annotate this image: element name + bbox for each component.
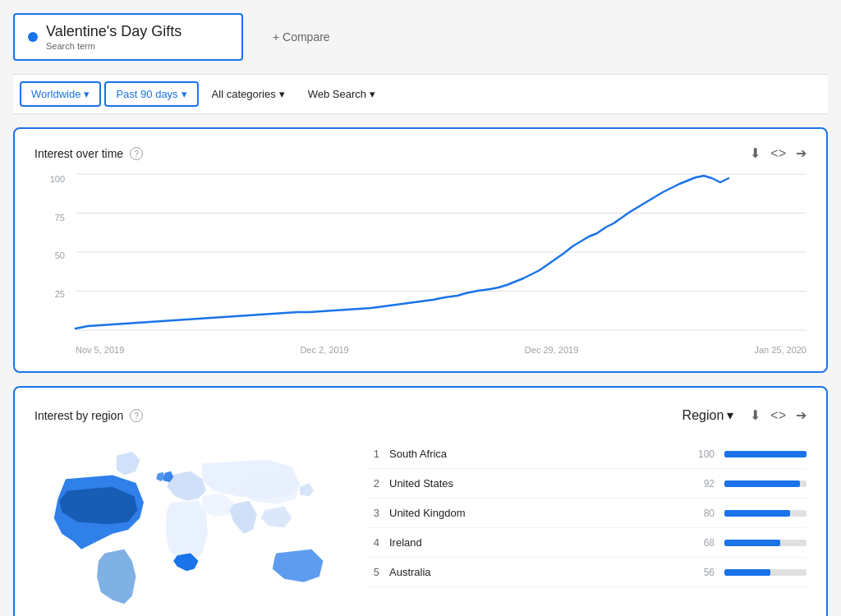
- region-rank: 3: [366, 507, 379, 519]
- search-term-info: Valentine's Day Gifts Search term: [46, 23, 182, 51]
- location-filter[interactable]: Worldwide ▾: [20, 81, 101, 107]
- y-label-25: 25: [34, 289, 71, 299]
- category-filter[interactable]: All categories ▾: [202, 83, 295, 105]
- search-type-filter[interactable]: Web Search ▾: [298, 83, 385, 105]
- region-bar-fill: [724, 480, 800, 487]
- help-icon[interactable]: ?: [130, 147, 143, 160]
- list-item: 1 South Africa 100: [366, 439, 807, 469]
- region-rank: 1: [366, 448, 379, 460]
- location-chevron-icon: ▾: [84, 88, 90, 100]
- region-bar: [724, 451, 807, 457]
- region-bar-fill: [724, 451, 807, 457]
- region-name: South Africa: [389, 448, 682, 460]
- region-bar-fill: [724, 569, 770, 576]
- region-help-icon[interactable]: ?: [130, 409, 143, 422]
- region-value: 56: [692, 567, 715, 578]
- region-rank: 4: [366, 536, 379, 549]
- region-name: United Kingdom: [389, 507, 682, 519]
- x-label-2: Dec 2, 2019: [300, 345, 348, 355]
- world-map: [34, 439, 347, 616]
- interest-by-region-card: Interest by region ? Region ▾ ⬇ <> ➔: [13, 386, 828, 616]
- download-icon[interactable]: ⬇: [750, 145, 761, 161]
- category-filter-label: All categories: [212, 88, 276, 100]
- region-embed-icon[interactable]: <>: [770, 408, 786, 423]
- embed-icon[interactable]: <>: [770, 146, 786, 161]
- location-filter-label: Worldwide: [31, 88, 80, 100]
- interest-over-time-title: Interest over time ?: [34, 147, 143, 160]
- x-label-4: Jan 25, 2020: [754, 345, 807, 355]
- x-label-3: Dec 29, 2019: [525, 345, 578, 355]
- region-bar: [724, 480, 807, 487]
- region-name: United States: [389, 477, 682, 490]
- time-filter[interactable]: Past 90 days ▾: [104, 81, 198, 107]
- search-term-text: Valentine's Day Gifts: [46, 23, 182, 40]
- region-card-actions: Region ▾ ⬇ <> ➔: [676, 404, 807, 426]
- search-type-chevron-icon: ▾: [370, 88, 375, 100]
- x-label-1: Nov 5, 2019: [76, 345, 124, 355]
- region-bar-fill: [724, 510, 790, 517]
- region-value: 80: [692, 508, 715, 519]
- page-wrapper: Valentine's Day Gifts Search term + Comp…: [0, 0, 841, 616]
- region-content: 1 South Africa 100 2 United States 92: [34, 439, 807, 616]
- chart-svg: [76, 174, 807, 330]
- world-map-svg: [34, 439, 347, 616]
- region-value: 100: [692, 448, 715, 460]
- list-item: 5 Australia 56: [366, 558, 807, 587]
- region-value: 68: [692, 537, 715, 549]
- y-label-75: 75: [34, 213, 71, 223]
- region-rank: 5: [366, 566, 379, 578]
- search-header: Valentine's Day Gifts Search term + Comp…: [13, 13, 828, 61]
- filters-bar: Worldwide ▾ Past 90 days ▾ All categorie…: [13, 74, 828, 114]
- chart-container: 100 75 50 25 Nov: [34, 174, 807, 355]
- search-dot-icon: [28, 32, 38, 42]
- compare-button[interactable]: + Compare: [263, 24, 340, 50]
- search-type-label: Web Search: [308, 88, 366, 100]
- list-item: 2 United States 92: [366, 469, 807, 499]
- region-value: 92: [692, 478, 715, 490]
- region-share-icon[interactable]: ➔: [796, 407, 807, 423]
- region-name: Australia: [389, 566, 682, 578]
- region-rank: 2: [366, 477, 379, 490]
- y-label-50: 50: [34, 251, 71, 260]
- interest-over-time-header: Interest over time ? ⬇ <> ➔: [34, 145, 807, 161]
- share-icon[interactable]: ➔: [796, 145, 807, 161]
- region-bar: [724, 540, 807, 546]
- list-item: 3 United Kingdom 80: [366, 499, 807, 528]
- region-bar-fill: [724, 540, 780, 546]
- y-label-100: 100: [34, 174, 71, 184]
- time-filter-label: Past 90 days: [116, 88, 177, 100]
- interest-by-region-title: Interest by region ?: [34, 409, 143, 422]
- interest-over-time-card: Interest over time ? ⬇ <> ➔ 100 75 50 25: [13, 127, 828, 373]
- chart-svg-element: [76, 174, 807, 330]
- region-bar: [724, 510, 807, 517]
- region-dropdown[interactable]: Region ▾: [676, 404, 741, 426]
- region-bar: [724, 569, 807, 576]
- chart-x-labels: Nov 5, 2019 Dec 2, 2019 Dec 29, 2019 Jan…: [76, 340, 807, 355]
- region-name: Ireland: [389, 536, 682, 549]
- search-term-box: Valentine's Day Gifts Search term: [13, 13, 243, 61]
- time-chevron-icon: ▾: [182, 88, 187, 100]
- region-download-icon[interactable]: ⬇: [750, 407, 761, 423]
- region-dropdown-chevron-icon: ▾: [727, 407, 733, 423]
- region-list: 1 South Africa 100 2 United States 92: [366, 439, 807, 616]
- interest-by-region-header: Interest by region ? Region ▾ ⬇ <> ➔: [34, 404, 807, 426]
- list-item: 4 Ireland 68: [366, 528, 807, 558]
- chart-y-labels: 100 75 50 25: [34, 174, 71, 330]
- card-actions: ⬇ <> ➔: [750, 145, 807, 161]
- search-term-label: Search term: [46, 41, 182, 51]
- category-chevron-icon: ▾: [279, 88, 285, 100]
